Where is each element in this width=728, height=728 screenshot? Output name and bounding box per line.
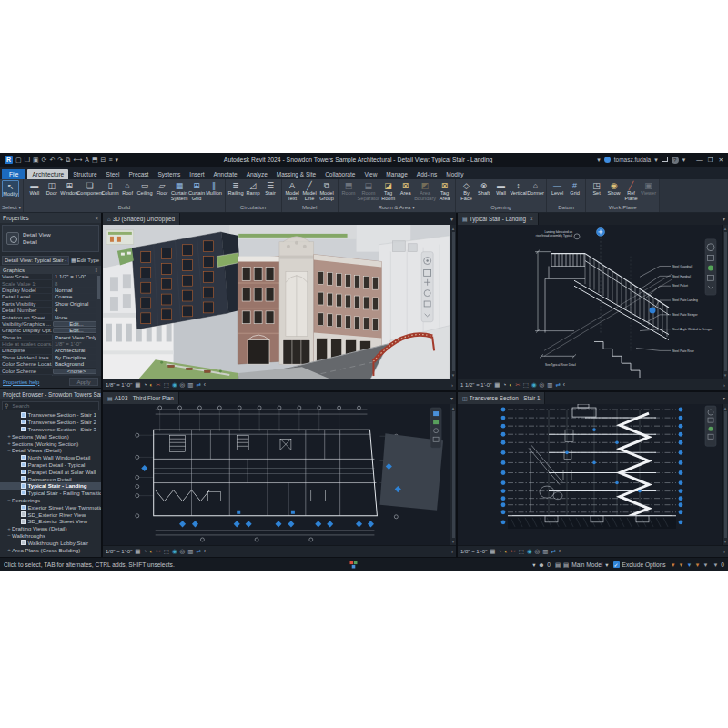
ribbon-button[interactable]: ◿Ramp <box>245 180 262 196</box>
show-crop-region-icon[interactable]: ⬚ <box>164 382 169 389</box>
ribbon-tab[interactable]: Massing & Site <box>272 169 320 179</box>
scale-button[interactable]: 1/8" = 1'-0" <box>106 382 132 388</box>
text[interactable]: A <box>85 157 89 163</box>
chevron-icon[interactable]: ▾ <box>597 157 601 163</box>
ribbon-button[interactable]: —Level <box>549 180 566 196</box>
ribbon-tab[interactable]: View <box>359 169 381 179</box>
filter-gray-icon[interactable]: ▼ <box>703 562 708 568</box>
pan-right-icon[interactable]: › <box>451 549 453 554</box>
ribbon-tab[interactable]: Architecture <box>27 169 68 179</box>
ribbon-button[interactable]: ▬Wall <box>25 180 43 196</box>
ribbon-tab[interactable]: File <box>2 169 25 179</box>
panel-caption[interactable]: Select ▾ <box>2 204 21 212</box>
reveal-constraints-icon[interactable]: ⇄ <box>196 382 200 389</box>
ribbon-tab[interactable]: Precast <box>124 169 153 179</box>
open[interactable]: ❒ <box>25 157 30 163</box>
design-option-group[interactable]: ▤ ▤ Main Model ▾ <box>555 561 609 569</box>
ribbon-button[interactable]: ╱Model Line <box>301 180 318 201</box>
property-row[interactable]: Rotation on Sheet None <box>0 314 101 320</box>
properties-help-link[interactable]: Properties help <box>3 379 39 385</box>
ribbon-button[interactable]: ◉Show <box>605 180 622 196</box>
worksharing-display-icon[interactable]: ▥ <box>542 549 548 555</box>
ribbon-button[interactable]: ▱Floor <box>154 180 171 196</box>
property-row[interactable]: Color Scheme <none> <box>0 368 101 374</box>
ribbon-button[interactable]: #Grid <box>566 180 583 196</box>
ribbon-button[interactable]: ⊞Curtain Grid <box>188 180 206 201</box>
crop-view-icon[interactable]: ✂ <box>156 549 160 555</box>
pan-right-icon[interactable]: › <box>723 382 725 388</box>
tree-item[interactable]: Rainscreen Detail <box>0 475 101 482</box>
sync[interactable]: ⟳ <box>42 157 47 163</box>
detail-canvas[interactable]: Steel Guardrail Steel Handrail Steel Pic… <box>458 225 722 379</box>
tree-item[interactable]: Typical Stair - Railing Transition <box>0 490 101 497</box>
temporary-hide-icon[interactable]: ◎ <box>180 382 186 389</box>
tree-item[interactable]: Exterior Street View Twinmotion <box>0 503 101 511</box>
ribbon-tab[interactable]: Analyze <box>242 169 272 179</box>
ribbon-button[interactable]: ⬓Room Separator <box>358 180 380 201</box>
ribbon-button[interactable]: AModel Text <box>284 180 301 201</box>
sun-path-icon[interactable]: ◐ <box>149 382 153 389</box>
help-icon[interactable]: ? <box>672 157 679 164</box>
visual-style-icon[interactable]: ▦ <box>135 382 140 389</box>
apply-button[interactable]: Apply <box>69 378 98 386</box>
ribbon-button[interactable]: ◩Area Boundary <box>414 180 436 201</box>
ribbon-button[interactable]: ◳Set <box>588 180 605 196</box>
ribbon-button[interactable]: ⊠Tag Area <box>436 180 453 201</box>
property-row[interactable]: Show Hidden Lines By Discipline <box>0 355 101 361</box>
tree-item[interactable]: Transverse Section - Stair 1 <box>0 411 101 419</box>
ribbon-button[interactable]: ◫Door <box>43 180 60 196</box>
reveal-hidden-icon[interactable]: ◉ <box>172 382 177 389</box>
panel-caption[interactable]: Room & Area ▾ <box>340 204 454 212</box>
scroll-left-icon[interactable]: ‹ <box>204 382 206 389</box>
thin-lines[interactable]: ≡ <box>108 157 112 163</box>
type-selector[interactable]: Detail ViewDetail <box>2 225 99 252</box>
sun-path-icon[interactable]: ◐ <box>504 549 508 555</box>
ribbon-button[interactable]: ◇By Face <box>458 180 475 201</box>
property-row[interactable]: Graphic Display Opt... Edit... <box>0 328 101 334</box>
twinmotion-icon[interactable] <box>349 561 358 569</box>
section-canvas[interactable] <box>458 404 722 545</box>
ribbon-button[interactable]: ☰Stair <box>262 180 279 196</box>
ribbon-button[interactable]: ▣Viewer <box>640 180 657 196</box>
temporary-hide-icon[interactable]: ◎ <box>535 549 541 555</box>
edit-type-button[interactable]: ▦Edit Type <box>71 258 99 263</box>
pan-right-icon[interactable]: › <box>723 549 725 554</box>
close-icon[interactable]: × <box>95 216 98 221</box>
save[interactable]: ▣ <box>33 157 39 163</box>
ribbon-button[interactable]: ⊗Shaft <box>475 180 492 196</box>
filter-orange-icon[interactable]: ▼ <box>671 562 676 568</box>
visual-style-icon[interactable]: ▦ <box>494 382 500 389</box>
property-row[interactable]: Parts Visibility Show Original <box>0 301 101 308</box>
sun-path-icon[interactable]: ◐ <box>509 382 512 389</box>
tab-list-chevron-icon[interactable]: ▾ <box>450 392 456 404</box>
close-button[interactable]: ✕ <box>719 157 723 164</box>
ribbon-button[interactable]: ↕Vertical <box>510 180 527 196</box>
filter-orange3-icon[interactable]: ▼ <box>694 562 700 568</box>
show-crop-region-icon[interactable]: ⬚ <box>519 549 524 555</box>
tree-item[interactable]: SD_Exterior River View <box>0 511 101 518</box>
property-row[interactable]: Detail Level Coarse <box>0 294 101 300</box>
tree-item[interactable]: − Detail Views (Detail) <box>0 447 101 454</box>
ribbon-button[interactable]: ⧉Model Group <box>318 180 336 201</box>
tab-3d-shaded-uncropped[interactable]: ⌂3D (Shaded) Uncropped <box>103 213 180 225</box>
ribbon-tab[interactable]: Add-Ins <box>412 169 441 179</box>
ribbon-tab[interactable]: Modify <box>441 169 468 179</box>
tree-item[interactable]: Parapet Detail - Typical <box>0 461 101 469</box>
ribbon-tab[interactable]: Manage <box>381 169 412 179</box>
ribbon-button[interactable]: ⌂Dormer <box>527 180 544 196</box>
ribbon-tab[interactable]: Annotate <box>209 169 242 179</box>
tree-item[interactable]: + Drafting Views (Detail) <box>0 525 101 532</box>
filter-blue-icon[interactable]: ▼ <box>687 562 693 568</box>
plan-canvas[interactable] <box>103 404 450 545</box>
tab-list-chevron-icon[interactable]: ▾ <box>450 213 456 225</box>
undo[interactable]: ↶ <box>49 157 55 163</box>
worksharing-display-icon[interactable]: ▥ <box>547 382 552 389</box>
search-input[interactable] <box>10 402 96 410</box>
tab-transverse-section-stair-1[interactable]: ◫Transverse Section - Stair 1 <box>458 392 545 404</box>
filter-orange2-icon[interactable]: ▼ <box>679 562 684 568</box>
shadows-icon[interactable]: ◔ <box>502 382 506 389</box>
shadows-icon[interactable]: ◔ <box>498 549 501 555</box>
show-crop-region-icon[interactable]: ⬚ <box>523 382 529 389</box>
properties-scrollbar[interactable] <box>96 274 101 376</box>
ribbon-button[interactable]: ⌂Roof <box>119 180 136 196</box>
